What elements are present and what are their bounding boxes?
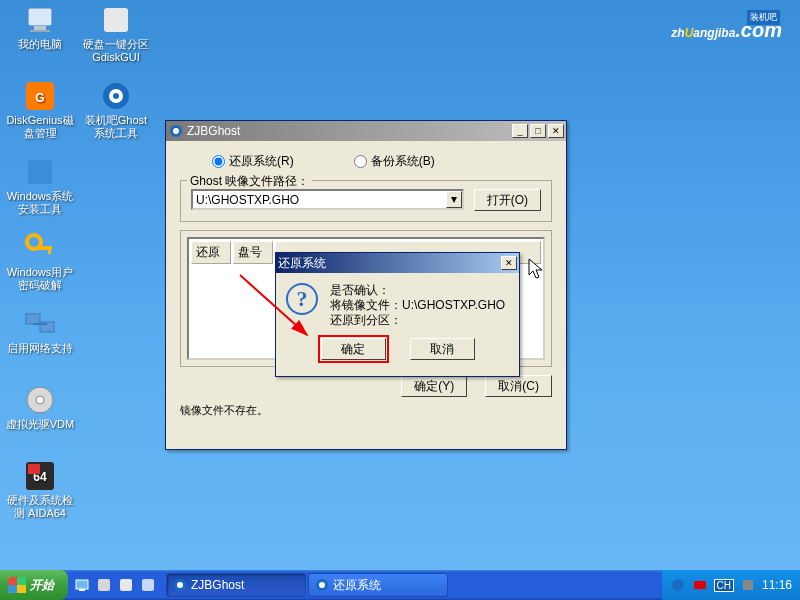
language-indicator[interactable]: CH — [714, 579, 734, 592]
key-icon — [24, 232, 56, 264]
svg-rect-24 — [76, 580, 88, 589]
icon-label: 启用网络支持 — [4, 342, 76, 355]
ql-app2-icon[interactable] — [116, 574, 136, 596]
desktop-icon-0[interactable]: 我的电脑 — [4, 4, 76, 51]
desktop-icon-7[interactable]: 虚拟光驱VDM — [4, 384, 76, 431]
cancel-button[interactable]: 取消(C) — [485, 375, 552, 397]
windows-logo-icon — [8, 577, 26, 593]
dlg-title: 还原系统 — [278, 255, 499, 272]
svg-rect-1 — [34, 26, 46, 30]
net-icon — [24, 308, 56, 340]
task-icon — [173, 578, 187, 592]
taskbar: 开始 ZJBGhost还原系统 CH 11:16 — [0, 570, 800, 600]
svg-text:G: G — [35, 91, 44, 105]
zjb-title: ZJBGhost — [187, 124, 510, 138]
dlg-message: 是否确认： 将镜像文件：U:\GHOSTXP.GHO 还原到分区： — [330, 283, 505, 328]
icon-label: 硬盘一键分区GdiskGUI — [80, 38, 152, 64]
path-label: Ghost 映像文件路径： — [187, 173, 312, 190]
task-button-1[interactable]: 还原系统 — [308, 573, 448, 597]
dlg-close-button[interactable]: ✕ — [501, 256, 517, 270]
icon-label: 我的电脑 — [4, 38, 76, 51]
task-icon — [315, 578, 329, 592]
status-text: 镜像文件不存在。 — [180, 403, 552, 418]
clock[interactable]: 11:16 — [762, 578, 792, 592]
desktop-icon-5[interactable]: Windows用户密码破解 — [4, 232, 76, 292]
icon-label: DiskGenius磁盘管理 — [4, 114, 76, 140]
path-group: Ghost 映像文件路径： U:\GHOSTXP.GHO ▾ 打开(O) — [180, 180, 552, 222]
desktop-icon-2[interactable]: GDiskGenius磁盘管理 — [4, 80, 76, 140]
radio-restore[interactable]: 还原系统(R) — [212, 153, 294, 170]
svg-rect-34 — [694, 581, 706, 589]
confirm-dialog: 还原系统 ✕ ? 是否确认： 将镜像文件：U:\GHOSTXP.GHO 还原到分… — [275, 252, 520, 377]
computer-icon — [24, 4, 56, 36]
ghost-icon — [100, 80, 132, 112]
ok-button[interactable]: 确定(Y) — [401, 375, 467, 397]
task-button-0[interactable]: ZJBGhost — [166, 573, 306, 597]
svg-rect-26 — [98, 579, 110, 591]
icon-label: Windows系统安装工具 — [4, 190, 76, 216]
task-buttons: ZJBGhost还原系统 — [166, 573, 662, 597]
desktop-icon-8[interactable]: 64硬件及系统检测 AIDA64 — [4, 460, 76, 520]
start-button[interactable]: 开始 — [0, 570, 68, 600]
open-button[interactable]: 打开(O) — [474, 189, 541, 211]
radio-backup[interactable]: 备份系统(B) — [354, 153, 435, 170]
col-restore[interactable]: 还原 — [191, 241, 231, 264]
tray-icon-1[interactable] — [670, 577, 686, 593]
path-combo[interactable]: U:\GHOSTXP.GHO ▾ — [191, 189, 464, 210]
svg-rect-35 — [743, 580, 753, 590]
close-button[interactable]: ✕ — [548, 124, 564, 138]
svg-point-8 — [113, 93, 119, 99]
icon-label: 虚拟光驱VDM — [4, 418, 76, 431]
desktop-icon-3[interactable]: 装机吧Ghost系统工具 — [80, 80, 152, 140]
task-label: 还原系统 — [333, 577, 381, 594]
cd-icon — [24, 384, 56, 416]
app-icon — [168, 123, 184, 139]
dropdown-icon[interactable]: ▾ — [446, 191, 462, 208]
maximize-button[interactable]: □ — [530, 124, 546, 138]
svg-rect-3 — [104, 8, 128, 32]
ql-desktop-icon[interactable] — [72, 574, 92, 596]
dlg-titlebar[interactable]: 还原系统 ✕ — [276, 253, 519, 273]
svg-point-17 — [36, 396, 44, 404]
svg-rect-12 — [48, 246, 51, 254]
desktop-icon-1[interactable]: 硬盘一键分区GdiskGUI — [80, 4, 152, 64]
path-value: U:\GHOSTXP.GHO — [196, 193, 299, 207]
svg-point-33 — [672, 579, 684, 591]
dlg-ok-button[interactable]: 确定 — [321, 338, 386, 360]
col-disk[interactable]: 盘号 — [233, 241, 273, 264]
desktop-icon-6[interactable]: 启用网络支持 — [4, 308, 76, 355]
icon-label: 装机吧Ghost系统工具 — [80, 114, 152, 140]
dlg-cancel-button[interactable]: 取消 — [410, 338, 475, 360]
icon-label: 硬件及系统检测 AIDA64 — [4, 494, 76, 520]
icon-label: Windows用户密码破解 — [4, 266, 76, 292]
zjb-titlebar[interactable]: ZJBGhost _ □ ✕ — [166, 121, 566, 141]
svg-rect-0 — [28, 8, 52, 26]
svg-rect-13 — [26, 314, 40, 324]
svg-rect-27 — [120, 579, 132, 591]
svg-point-30 — [177, 582, 183, 588]
svg-rect-20 — [28, 464, 40, 474]
tray-icon-3[interactable] — [740, 577, 756, 593]
svg-point-22 — [173, 128, 179, 134]
watermark-logo: 装机吧 zhUangjiba.com — [671, 12, 782, 44]
ql-app3-icon[interactable] — [138, 574, 158, 596]
tray-icon-2[interactable] — [692, 577, 708, 593]
desktop-icon-4[interactable]: Windows系统安装工具 — [4, 156, 76, 216]
svg-rect-9 — [28, 160, 52, 184]
winsetup-icon — [24, 156, 56, 188]
task-label: ZJBGhost — [191, 578, 244, 592]
svg-rect-28 — [142, 579, 154, 591]
quick-launch — [72, 574, 158, 596]
tool-icon — [100, 4, 132, 36]
minimize-button[interactable]: _ — [512, 124, 528, 138]
system-tray: CH 11:16 — [662, 570, 800, 600]
dg-icon: G — [24, 80, 56, 112]
ql-app1-icon[interactable] — [94, 574, 114, 596]
question-icon: ? — [286, 283, 318, 315]
aida-icon: 64 — [24, 460, 56, 492]
svg-point-32 — [319, 582, 325, 588]
svg-rect-25 — [79, 589, 85, 591]
svg-rect-2 — [30, 30, 50, 32]
